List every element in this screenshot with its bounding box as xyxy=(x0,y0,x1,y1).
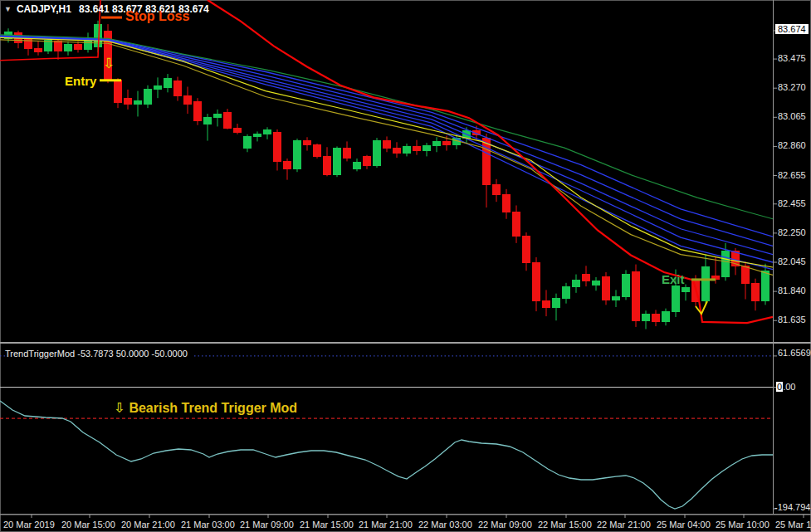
chart-plot-area[interactable] xyxy=(0,0,811,532)
ma-ribbon xyxy=(0,35,773,275)
down-arrow-icon: ⇩ xyxy=(114,401,125,415)
pane-divider[interactable] xyxy=(0,342,811,344)
current-price-marker: 83.674 xyxy=(775,24,809,34)
price-axis-label: 81.840 xyxy=(778,286,806,295)
entry-label[interactable]: Entry xyxy=(65,74,96,88)
time-axis-label: 20 Mar 2019 xyxy=(3,520,55,530)
time-axis-label: 25 Mar 16:00 xyxy=(775,520,811,530)
symbol-label: CADJPY,H1 xyxy=(17,3,71,15)
time-axis-divider xyxy=(0,514,811,515)
time-axis-label: 22 Mar 15:00 xyxy=(538,520,592,530)
bearish-signal-label[interactable]: ⇩Bearish Trend Trigger Mod xyxy=(114,400,297,416)
time-axis-label: 20 Mar 15:00 xyxy=(61,520,115,530)
time-axis-label: 21 Mar 15:00 xyxy=(300,520,354,530)
trend-stop-line xyxy=(0,0,773,323)
price-axis-label: 82.045 xyxy=(778,256,806,266)
time-axis-label: 22 Mar 09:00 xyxy=(478,520,532,530)
time-axis-label: 21 Mar 09:00 xyxy=(240,520,294,530)
trend-trigger-line xyxy=(0,401,773,509)
time-axis-label: 22 Mar 21:00 xyxy=(597,520,651,530)
symbol-dropdown-icon[interactable]: ▼ xyxy=(4,5,12,13)
stop-loss-label[interactable]: Stop Loss xyxy=(125,9,189,24)
candles-series xyxy=(5,21,769,329)
bearish-signal-text: Bearish Trend Trigger Mod xyxy=(129,401,297,415)
time-axis-label: 21 Mar 21:00 xyxy=(359,520,413,530)
price-axis-label: 83.065 xyxy=(778,111,806,121)
exit-check-icon xyxy=(696,301,707,314)
price-axis-label: 82.860 xyxy=(778,140,806,150)
time-axis-label: 25 Mar 04:00 xyxy=(657,520,711,530)
main-price-pane xyxy=(0,0,773,329)
indicator-title: TrendTriggerMod -53.7873 50.0000 -50.000… xyxy=(5,349,192,359)
time-axis-label: 22 Mar 03:00 xyxy=(418,520,472,530)
price-axis-label: 83.475 xyxy=(778,53,806,63)
time-axis-label: 21 Mar 03:00 xyxy=(181,520,235,530)
indicator-scale-min: -194.7942 xyxy=(774,502,811,512)
price-axis-label: 82.250 xyxy=(778,227,806,237)
indicator-scale-max: 61.6569 xyxy=(778,348,811,358)
exit-label[interactable]: Exit xyxy=(662,272,685,286)
entry-arrow-icon[interactable]: ⇩ xyxy=(103,55,115,72)
time-axis-label: 25 Mar 10:00 xyxy=(716,520,769,530)
price-axis-label: 82.455 xyxy=(778,198,806,208)
price-axis-label: 82.655 xyxy=(778,170,806,180)
mt4-chart-window: ▼CADJPY,H183.641 83.677 83.621 83.674 St… xyxy=(0,0,811,532)
time-axis-label: 20 Mar 21:00 xyxy=(121,520,175,530)
price-axis-label: 81.635 xyxy=(778,315,806,325)
indicator-current-value: 0.00 xyxy=(776,382,795,392)
price-axis-label: 83.270 xyxy=(778,82,806,92)
indicator-pane xyxy=(0,356,773,509)
